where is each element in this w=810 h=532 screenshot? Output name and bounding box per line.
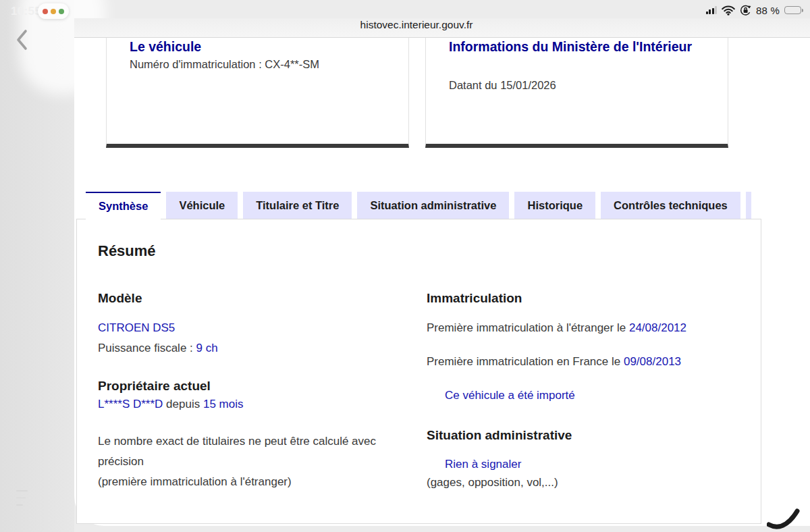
model-heading: Modèle	[98, 291, 142, 306]
resume-heading: Résumé	[98, 242, 156, 260]
first-registration-abroad-date: 24/08/2012	[629, 321, 686, 334]
rotation-lock-icon	[740, 5, 751, 16]
admin-status: Rien à signaler	[445, 458, 521, 471]
cellular-signal-icon	[706, 6, 718, 14]
owner-name: L****S D***D	[98, 398, 163, 410]
ministry-card-title: Informations du Ministère de l'Intérieur	[449, 36, 705, 57]
registration-heading: Immatriculation	[427, 291, 522, 306]
tab-partial-cutoff[interactable]	[746, 192, 751, 219]
marianne-swoosh-icon	[767, 502, 803, 531]
address-bar[interactable]: histovec.interieur.gouv.fr	[11, 19, 810, 31]
tab-historique[interactable]: Historique	[514, 192, 595, 219]
admin-situation-heading: Situation administrative	[427, 428, 572, 443]
vehicle-card: Le véhicule Numéro d'immatriculation : C…	[106, 38, 409, 148]
vehicle-imported-note: Ce véhicule a été importé	[445, 389, 575, 402]
tab-synthese[interactable]: Synthèse	[86, 192, 161, 219]
back-chevron-icon[interactable]	[14, 28, 31, 51]
tab-bar: Synthèse Véhicule Titulaire et Titre Sit…	[86, 192, 751, 219]
background-app-ghost-lines	[16, 490, 30, 512]
fiscal-power-line: Puissance fiscale : 9 ch	[98, 342, 218, 355]
page-content: Le véhicule Numéro d'immatriculation : C…	[74, 37, 810, 526]
owner-note-line1: Le nombre exact de titulaires ne peut êt…	[98, 435, 376, 468]
battery-icon	[784, 6, 801, 15]
tab-titulaire-et-titre[interactable]: Titulaire et Titre	[243, 192, 352, 219]
wifi-icon	[722, 5, 735, 16]
tab-controles-techniques[interactable]: Contrôles techniques	[601, 192, 740, 219]
first-registration-abroad-line: Première immatriculation à l'étranger le…	[427, 321, 686, 335]
owner-note: Le nombre exact de titulaires ne peut êt…	[98, 431, 422, 492]
first-registration-france-line: Première immatriculation en France le 09…	[427, 355, 681, 369]
window-controls-pill[interactable]	[38, 3, 69, 19]
model-name: CITROEN DS5	[98, 321, 175, 335]
first-registration-abroad-label: Première immatriculation à l'étranger le	[427, 321, 629, 334]
screen: 10:55 88 % histovec.interie	[0, 0, 810, 532]
clock: 10:55	[11, 5, 41, 18]
first-registration-france-label: Première immatriculation en France le	[427, 355, 624, 368]
owner-note-line2: (première immatriculation à l'étranger)	[98, 475, 292, 488]
zoom-window-icon[interactable]	[59, 9, 64, 14]
fiscal-power-value: 9 ch	[196, 342, 218, 354]
ministry-card-date: Datant du 15/01/2026	[449, 79, 556, 92]
owner-heading: Propriétaire actuel	[98, 379, 211, 394]
status-bar: 10:55 88 %	[0, 0, 810, 20]
close-window-icon[interactable]	[43, 9, 48, 14]
synthese-panel: Résumé Modèle CITROEN DS5 Puissance fisc…	[76, 219, 761, 524]
admin-status-note: (gages, opposition, vol,...)	[427, 476, 558, 489]
vehicle-registration-number: Numéro d'immatriculation : CX-4**-SM	[130, 58, 319, 71]
fiscal-power-label: Puissance fiscale :	[98, 342, 196, 354]
vehicle-card-title: Le véhicule	[130, 36, 386, 57]
owner-duration: 15 mois	[203, 398, 244, 410]
tab-situation-administrative[interactable]: Situation administrative	[357, 192, 509, 219]
owner-since-label: depuis	[163, 398, 203, 410]
owner-line: L****S D***D depuis 15 mois	[98, 398, 243, 411]
ministry-card: Informations du Ministère de l'Intérieur…	[425, 38, 728, 148]
tab-vehicule[interactable]: Véhicule	[166, 192, 238, 219]
first-registration-france-date: 09/08/2013	[624, 355, 681, 368]
battery-percent-label: 88 %	[756, 5, 780, 16]
minimize-window-icon[interactable]	[51, 9, 56, 14]
status-icons: 88 %	[706, 4, 802, 16]
